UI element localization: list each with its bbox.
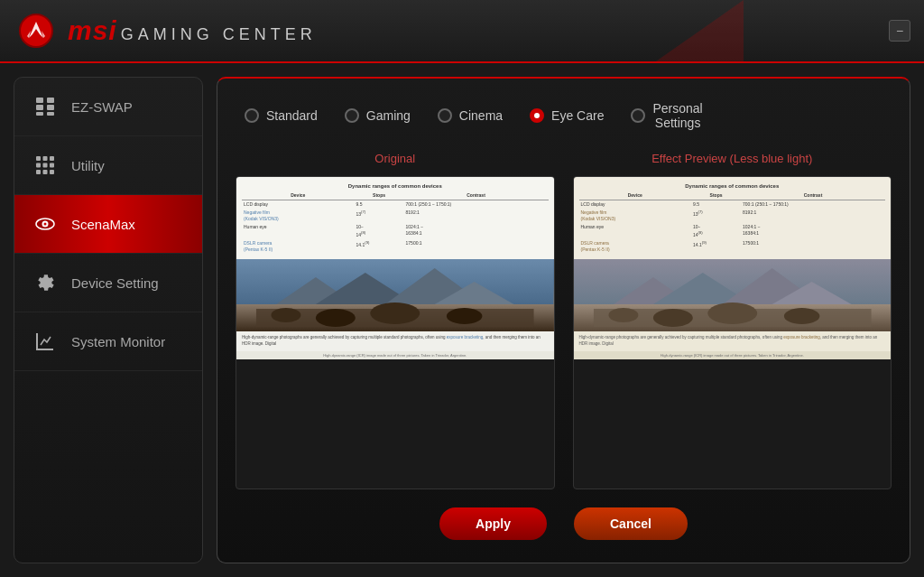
table-row: DSLR camera(Pentax K-5 II)14.1(9)17500:1 — [579, 239, 886, 254]
sidebar-item-utility[interactable]: Utility — [14, 136, 202, 195]
original-title: Original — [236, 148, 555, 169]
svg-point-26 — [271, 308, 300, 322]
effect-body-text: High-dynamic-range photographs are gener… — [574, 331, 892, 351]
svg-point-0 — [20, 14, 52, 47]
sidebar-label-ez-swap: EZ-SWAP — [71, 99, 133, 115]
main-panel: Standard Gaming Cinema Eye Care Personal… — [217, 77, 910, 563]
original-hdr-image: Dynamic ranges of common devices Device … — [236, 177, 554, 489]
option-standard-label: Standard — [266, 108, 318, 123]
original-panel: Original Dynamic ranges of common device… — [236, 148, 555, 489]
gear-icon — [32, 270, 58, 295]
sidebar-label-utility: Utility — [71, 158, 105, 173]
svg-rect-11 — [43, 163, 48, 168]
original-caption: High-dynamic-range (ICR) image made out … — [236, 351, 554, 359]
option-gaming[interactable]: Gaming — [345, 108, 411, 123]
logo-area: msi GAMING CENTER — [18, 13, 317, 49]
svg-point-29 — [447, 308, 483, 324]
option-gaming-label: Gaming — [366, 108, 411, 123]
option-personal-settings-label: PersonalSettings — [652, 101, 702, 130]
original-image: Dynamic ranges of common devices Device … — [236, 176, 555, 489]
cancel-button[interactable]: Cancel — [574, 507, 688, 540]
svg-rect-12 — [50, 163, 54, 168]
svg-rect-3 — [36, 105, 43, 110]
brand-gaming-center: GAMING CENTER — [121, 25, 317, 44]
col-stops-2: Stops — [691, 191, 741, 200]
option-cinema-label: Cinema — [459, 108, 503, 123]
radio-personal-settings — [631, 108, 645, 123]
original-table-title: Dynamic ranges of common devices — [242, 182, 549, 190]
sidebar-label-device-setting: Device Setting — [71, 275, 159, 291]
svg-rect-10 — [36, 163, 41, 168]
table-row: Human eye10−14(8)1024:1 −16384:1 — [242, 223, 549, 239]
options-row: Standard Gaming Cinema Eye Care Personal… — [236, 97, 892, 135]
svg-rect-8 — [43, 156, 48, 161]
main-content: EZ-SWAP Utility — [0, 63, 924, 577]
radio-standard — [245, 108, 259, 123]
original-table: Dynamic ranges of common devices Device … — [236, 177, 554, 259]
svg-rect-1 — [36, 98, 43, 103]
original-mountain-photo — [236, 259, 554, 331]
sidebar-item-scenamax[interactable]: ScenaMax — [14, 195, 202, 254]
svg-point-39 — [707, 302, 757, 324]
sidebar-item-ez-swap[interactable]: EZ-SWAP — [14, 78, 202, 136]
effect-mountain-photo — [574, 259, 892, 331]
svg-point-27 — [316, 309, 356, 327]
brand-msi: msi — [68, 15, 117, 46]
svg-rect-13 — [36, 170, 41, 174]
option-cinema[interactable]: Cinema — [438, 108, 503, 123]
option-standard[interactable]: Standard — [245, 108, 318, 123]
svg-point-37 — [608, 308, 638, 322]
radio-eye-care — [530, 108, 544, 123]
effect-hdr-image: Dynamic ranges of common devices Device … — [574, 177, 892, 489]
svg-point-38 — [652, 309, 692, 327]
col-device: Device — [242, 191, 355, 200]
col-contrast: Contrast — [404, 191, 549, 200]
effect-caption: High-dynamic-range (ICR) image made out … — [574, 351, 892, 359]
svg-point-18 — [44, 223, 47, 226]
svg-point-28 — [370, 302, 420, 324]
option-eye-care[interactable]: Eye Care — [530, 108, 604, 123]
radio-cinema — [438, 108, 452, 123]
effect-preview-panel: Effect Preview (Less blue light) Dynamic… — [573, 148, 892, 489]
minimize-button[interactable]: − — [889, 20, 910, 42]
sidebar-item-system-monitor[interactable]: System Monitor — [14, 312, 202, 371]
option-eye-care-label: Eye Care — [551, 108, 604, 123]
radio-gaming — [345, 108, 359, 123]
svg-rect-14 — [43, 170, 48, 174]
apply-button[interactable]: Apply — [439, 507, 547, 540]
effect-preview-title: Effect Preview (Less blue light) — [573, 148, 892, 169]
msi-dragon-logo — [18, 13, 54, 49]
original-body-text: High-dynamic-range photographs are gener… — [236, 331, 554, 351]
svg-rect-15 — [50, 170, 54, 174]
chart-icon — [32, 329, 58, 354]
preview-area: Original Dynamic ranges of common device… — [236, 148, 892, 489]
svg-rect-9 — [50, 156, 54, 161]
table-row: LCD display9.5700:1 (250:1 − 1750:1) — [242, 200, 549, 209]
bottom-buttons: Apply Cancel — [236, 503, 892, 544]
effect-table: Dynamic ranges of common devices Device … — [574, 177, 892, 259]
col-contrast-2: Contrast — [741, 191, 885, 200]
option-personal-settings[interactable]: PersonalSettings — [631, 101, 702, 130]
app-header: msi GAMING CENTER − — [0, 0, 924, 63]
svg-rect-2 — [47, 98, 54, 103]
sidebar-label-system-monitor: System Monitor — [71, 334, 165, 349]
svg-rect-4 — [47, 105, 54, 110]
effect-table-title: Dynamic ranges of common devices — [579, 182, 886, 190]
svg-rect-7 — [36, 156, 41, 161]
sidebar-label-scenamax: ScenaMax — [71, 217, 135, 232]
table-row: LCD display9.5700:1 (250:1 − 1750:1) — [579, 200, 886, 209]
grid-icon — [32, 94, 58, 119]
effect-preview-image: Dynamic ranges of common devices Device … — [573, 176, 892, 489]
svg-point-40 — [783, 308, 819, 324]
sidebar-item-device-setting[interactable]: Device Setting — [14, 254, 202, 312]
svg-rect-5 — [36, 112, 43, 116]
eye-icon — [32, 211, 58, 237]
sidebar: EZ-SWAP Utility — [14, 77, 203, 563]
table-row: Negative film(Kodak VIS/ON3)13(7)8192:1 — [579, 209, 886, 223]
svg-rect-6 — [47, 112, 54, 116]
apps-icon — [32, 153, 58, 178]
table-row: Negative film(Kodak VIS/ON3)13(7)8192:1 — [242, 209, 549, 223]
col-stops: Stops — [355, 191, 404, 200]
table-row: DSLR camera(Pentax K-5 II)14.1(9)17500:1 — [242, 239, 549, 254]
col-device-2: Device — [579, 191, 692, 200]
